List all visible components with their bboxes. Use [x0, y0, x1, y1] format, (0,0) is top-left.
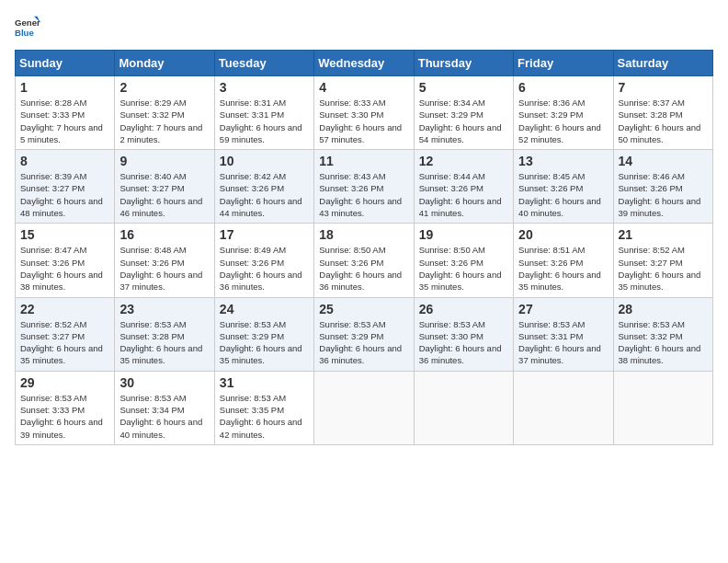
cell-info: Sunrise: 8:51 AMSunset: 3:26 PMDaylight:…	[518, 245, 601, 292]
calendar-cell	[514, 371, 613, 444]
calendar-cell: 22Sunrise: 8:52 AMSunset: 3:27 PMDayligh…	[16, 297, 115, 371]
day-number: 17	[220, 227, 309, 242]
day-number: 13	[518, 154, 608, 168]
calendar-cell: 10Sunrise: 8:42 AMSunset: 3:26 PMDayligh…	[214, 150, 313, 224]
day-number: 15	[20, 227, 109, 242]
calendar-cell: 2Sunrise: 8:29 AMSunset: 3:32 PMDaylight…	[115, 76, 214, 150]
svg-text:General: General	[15, 17, 40, 28]
day-number: 31	[220, 375, 309, 390]
calendar-cell: 27Sunrise: 8:53 AMSunset: 3:31 PMDayligh…	[514, 297, 613, 371]
cell-info: Sunrise: 8:48 AMSunset: 3:26 PMDaylight:…	[119, 245, 202, 292]
calendar-cell: 1Sunrise: 8:28 AMSunset: 3:33 PMDaylight…	[16, 76, 115, 150]
calendar-cell: 9Sunrise: 8:40 AMSunset: 3:27 PMDaylight…	[115, 150, 214, 224]
cell-info: Sunrise: 8:53 AMSunset: 3:31 PMDaylight:…	[518, 319, 601, 366]
day-number: 6	[518, 80, 608, 95]
day-number: 23	[119, 302, 209, 316]
day-number: 18	[319, 227, 408, 242]
calendar-cell	[414, 371, 513, 444]
day-number: 25	[319, 302, 408, 316]
calendar-cell: 16Sunrise: 8:48 AMSunset: 3:26 PMDayligh…	[115, 224, 214, 297]
day-number: 10	[220, 154, 309, 168]
day-number: 9	[119, 154, 209, 168]
calendar-cell: 28Sunrise: 8:53 AMSunset: 3:32 PMDayligh…	[613, 297, 712, 371]
cell-info: Sunrise: 8:40 AMSunset: 3:27 PMDaylight:…	[119, 171, 202, 218]
week-row-3: 15Sunrise: 8:47 AMSunset: 3:26 PMDayligh…	[16, 224, 713, 297]
calendar-cell: 12Sunrise: 8:44 AMSunset: 3:26 PMDayligh…	[414, 150, 513, 224]
calendar-cell: 17Sunrise: 8:49 AMSunset: 3:26 PMDayligh…	[214, 224, 313, 297]
calendar-cell: 13Sunrise: 8:45 AMSunset: 3:26 PMDayligh…	[514, 150, 613, 224]
cell-info: Sunrise: 8:53 AMSunset: 3:33 PMDaylight:…	[20, 393, 103, 440]
cell-info: Sunrise: 8:44 AMSunset: 3:26 PMDaylight:…	[419, 171, 502, 218]
cell-info: Sunrise: 8:53 AMSunset: 3:30 PMDaylight:…	[419, 319, 502, 366]
day-number: 8	[20, 154, 109, 168]
day-number: 4	[319, 80, 408, 95]
cell-info: Sunrise: 8:49 AMSunset: 3:26 PMDaylight:…	[220, 245, 302, 292]
calendar-cell: 25Sunrise: 8:53 AMSunset: 3:29 PMDayligh…	[314, 297, 414, 371]
day-number: 26	[419, 302, 508, 316]
day-number: 2	[119, 80, 209, 95]
calendar-cell: 21Sunrise: 8:52 AMSunset: 3:27 PMDayligh…	[613, 224, 712, 297]
cell-info: Sunrise: 8:50 AMSunset: 3:26 PMDaylight:…	[419, 245, 502, 292]
calendar-cell: 6Sunrise: 8:36 AMSunset: 3:29 PMDaylight…	[514, 76, 613, 150]
header-day-sunday: Sunday	[16, 51, 115, 76]
generalblue-logo-icon: General Blue	[15, 15, 40, 40]
cell-info: Sunrise: 8:52 AMSunset: 3:27 PMDaylight:…	[619, 245, 701, 292]
calendar-cell: 31Sunrise: 8:53 AMSunset: 3:35 PMDayligh…	[214, 371, 313, 444]
cell-info: Sunrise: 8:46 AMSunset: 3:26 PMDaylight:…	[619, 171, 701, 218]
day-number: 30	[119, 375, 209, 390]
calendar-cell: 15Sunrise: 8:47 AMSunset: 3:26 PMDayligh…	[16, 224, 115, 297]
cell-info: Sunrise: 8:34 AMSunset: 3:29 PMDaylight:…	[419, 98, 502, 144]
cell-info: Sunrise: 8:31 AMSunset: 3:31 PMDaylight:…	[220, 98, 302, 144]
calendar-cell: 3Sunrise: 8:31 AMSunset: 3:31 PMDaylight…	[214, 76, 313, 150]
cell-info: Sunrise: 8:53 AMSunset: 3:29 PMDaylight:…	[319, 319, 402, 366]
logo: General Blue	[15, 15, 40, 40]
cell-info: Sunrise: 8:28 AMSunset: 3:33 PMDaylight:…	[20, 98, 103, 144]
calendar-cell: 5Sunrise: 8:34 AMSunset: 3:29 PMDaylight…	[414, 76, 513, 150]
day-number: 29	[20, 375, 109, 390]
header-row: SundayMondayTuesdayWednesdayThursdayFrid…	[16, 51, 713, 76]
day-number: 3	[220, 80, 309, 95]
day-number: 16	[119, 227, 209, 242]
calendar-cell: 20Sunrise: 8:51 AMSunset: 3:26 PMDayligh…	[514, 224, 613, 297]
svg-text:Blue: Blue	[15, 28, 34, 38]
calendar-cell: 18Sunrise: 8:50 AMSunset: 3:26 PMDayligh…	[314, 224, 414, 297]
header-day-thursday: Thursday	[414, 51, 513, 76]
calendar-cell: 14Sunrise: 8:46 AMSunset: 3:26 PMDayligh…	[613, 150, 712, 224]
header-day-wednesday: Wednesday	[314, 51, 414, 76]
cell-info: Sunrise: 8:29 AMSunset: 3:32 PMDaylight:…	[119, 98, 202, 144]
header-day-tuesday: Tuesday	[214, 51, 313, 76]
calendar-cell: 19Sunrise: 8:50 AMSunset: 3:26 PMDayligh…	[414, 224, 513, 297]
day-number: 27	[518, 302, 608, 316]
calendar-cell	[314, 371, 414, 444]
calendar-cell: 4Sunrise: 8:33 AMSunset: 3:30 PMDaylight…	[314, 76, 414, 150]
calendar-cell: 29Sunrise: 8:53 AMSunset: 3:33 PMDayligh…	[16, 371, 115, 444]
day-number: 20	[518, 227, 608, 242]
cell-info: Sunrise: 8:36 AMSunset: 3:29 PMDaylight:…	[518, 98, 601, 144]
calendar-cell: 24Sunrise: 8:53 AMSunset: 3:29 PMDayligh…	[214, 297, 313, 371]
calendar-cell: 8Sunrise: 8:39 AMSunset: 3:27 PMDaylight…	[16, 150, 115, 224]
cell-info: Sunrise: 8:39 AMSunset: 3:27 PMDaylight:…	[20, 171, 103, 218]
calendar-cell: 23Sunrise: 8:53 AMSunset: 3:28 PMDayligh…	[115, 297, 214, 371]
cell-info: Sunrise: 8:53 AMSunset: 3:34 PMDaylight:…	[119, 393, 202, 440]
week-row-1: 1Sunrise: 8:28 AMSunset: 3:33 PMDaylight…	[16, 76, 713, 150]
header-day-monday: Monday	[115, 51, 214, 76]
cell-info: Sunrise: 8:53 AMSunset: 3:32 PMDaylight:…	[619, 319, 701, 366]
day-number: 22	[20, 302, 109, 316]
day-number: 1	[20, 80, 109, 95]
cell-info: Sunrise: 8:50 AMSunset: 3:26 PMDaylight:…	[319, 245, 402, 292]
day-number: 12	[419, 154, 508, 168]
cell-info: Sunrise: 8:47 AMSunset: 3:26 PMDaylight:…	[20, 245, 103, 292]
week-row-2: 8Sunrise: 8:39 AMSunset: 3:27 PMDaylight…	[16, 150, 713, 224]
day-number: 14	[619, 154, 708, 168]
header-day-friday: Friday	[514, 51, 613, 76]
day-number: 11	[319, 154, 408, 168]
cell-info: Sunrise: 8:53 AMSunset: 3:28 PMDaylight:…	[119, 319, 202, 366]
day-number: 5	[419, 80, 508, 95]
cell-info: Sunrise: 8:37 AMSunset: 3:28 PMDaylight:…	[619, 98, 701, 144]
cell-info: Sunrise: 8:42 AMSunset: 3:26 PMDaylight:…	[220, 171, 302, 218]
cell-info: Sunrise: 8:45 AMSunset: 3:26 PMDaylight:…	[518, 171, 601, 218]
week-row-4: 22Sunrise: 8:52 AMSunset: 3:27 PMDayligh…	[16, 297, 713, 371]
day-number: 7	[619, 80, 708, 95]
cell-info: Sunrise: 8:53 AMSunset: 3:35 PMDaylight:…	[220, 393, 302, 440]
calendar-cell: 26Sunrise: 8:53 AMSunset: 3:30 PMDayligh…	[414, 297, 513, 371]
